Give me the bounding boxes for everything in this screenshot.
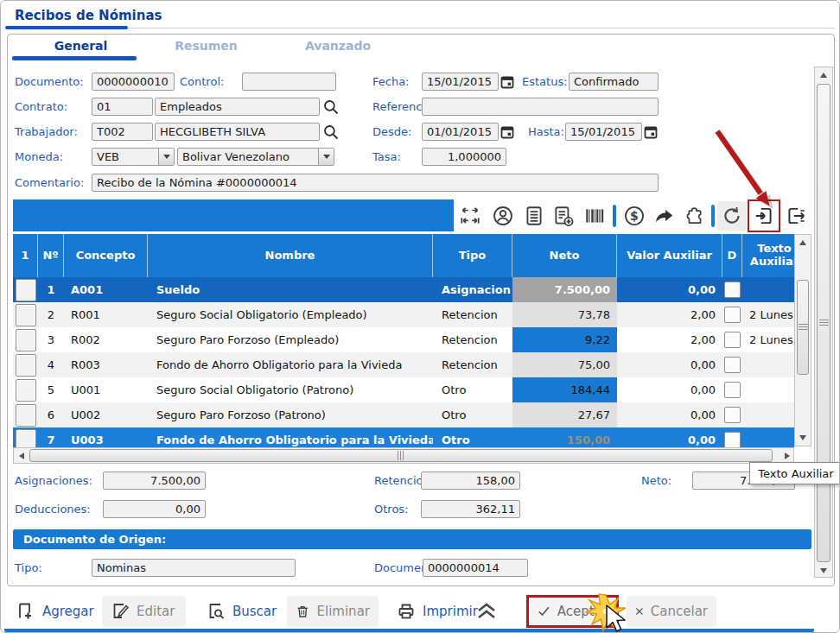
comentario-field[interactable]: Recibo de la Nómina #0000000014 bbox=[92, 174, 659, 192]
editar-button[interactable]: Editar bbox=[102, 596, 186, 627]
table-row[interactable]: 4 R003 Fondo de Ahorro Obligatorio para … bbox=[13, 352, 794, 377]
scroll-down-icon[interactable] bbox=[815, 565, 832, 577]
plugin-puzzle-icon[interactable] bbox=[680, 201, 710, 231]
column-header[interactable]: Nombre bbox=[148, 234, 433, 277]
resize-arrows-icon[interactable] bbox=[455, 201, 485, 231]
d-checkbox[interactable] bbox=[724, 332, 741, 348]
fecha-field[interactable]: 15/01/2015 bbox=[422, 73, 499, 91]
column-header[interactable]: Nº bbox=[38, 234, 64, 277]
cell-texto-auxiliar bbox=[742, 352, 794, 377]
d-checkbox[interactable] bbox=[724, 407, 741, 423]
d-checkbox[interactable] bbox=[724, 432, 741, 448]
export-icon[interactable] bbox=[781, 201, 811, 231]
table-row[interactable]: 5 U001 Seguro Social Obligatorio (Patron… bbox=[13, 377, 794, 402]
control-field[interactable] bbox=[242, 73, 336, 91]
buscar-button[interactable]: Buscar bbox=[198, 596, 285, 627]
fecha-calendar-icon[interactable] bbox=[500, 73, 515, 91]
table-row[interactable]: 1 A001 Sueldo Asignacion 7.500,00 0,00 bbox=[13, 277, 794, 302]
scroll-down-icon[interactable] bbox=[795, 432, 811, 444]
tasa-field[interactable]: 1,000000 bbox=[422, 148, 506, 166]
cell-neto: 7.500,00 bbox=[512, 277, 617, 302]
d-checkbox[interactable] bbox=[724, 307, 741, 323]
column-header[interactable]: Valor Auxiliar bbox=[617, 234, 722, 277]
desde-calendar-icon[interactable] bbox=[500, 123, 515, 141]
cell-tipo: Retencion bbox=[433, 327, 512, 352]
panel-vertical-scrollbar[interactable] bbox=[814, 66, 833, 578]
trabajador-search-icon[interactable] bbox=[322, 123, 340, 141]
tipo-field[interactable]: Nominas bbox=[92, 559, 296, 577]
column-header[interactable]: Neto bbox=[512, 234, 617, 277]
cell-nombre: Seguro Paro Forzoso (Empleado) bbox=[148, 327, 433, 352]
d-checkbox[interactable] bbox=[724, 282, 741, 298]
scrollbar-thumb[interactable] bbox=[797, 280, 809, 375]
cell-num: 6 bbox=[38, 402, 64, 427]
document-add-icon[interactable] bbox=[549, 201, 578, 231]
table-vertical-scrollbar[interactable] bbox=[794, 234, 811, 446]
scrollbar-thumb[interactable] bbox=[29, 449, 773, 462]
refresh-icon[interactable] bbox=[717, 201, 747, 231]
imprimir-button[interactable]: Imprimir bbox=[388, 596, 487, 627]
retenciones-field: 158,00 bbox=[421, 472, 520, 490]
d-checkbox[interactable] bbox=[724, 357, 741, 373]
column-header[interactable]: D bbox=[722, 234, 742, 277]
table-row[interactable]: 2 R001 Seguro Social Obligatorio (Emplea… bbox=[13, 302, 794, 327]
scrollbar-thumb[interactable] bbox=[817, 84, 830, 562]
row-selector[interactable] bbox=[16, 304, 36, 326]
user-icon[interactable] bbox=[488, 201, 518, 231]
barcode-icon[interactable] bbox=[580, 201, 609, 231]
contrato-name-field[interactable]: Empleados bbox=[155, 98, 320, 116]
hasta-calendar-icon[interactable] bbox=[643, 123, 659, 141]
row-selector[interactable] bbox=[16, 404, 36, 427]
cell-nombre: Seguro Social Obligatorio (Empleado) bbox=[148, 302, 433, 327]
currency-dollar-icon[interactable]: $ bbox=[620, 201, 649, 231]
hasta-label: Hasta: bbox=[528, 125, 564, 138]
desde-field[interactable]: 01/01/2015 bbox=[422, 123, 499, 141]
agregar-button[interactable]: Agregar bbox=[8, 596, 103, 627]
cell-valor-auxiliar: 0,00 bbox=[617, 377, 722, 402]
tab-general[interactable]: General bbox=[22, 39, 139, 56]
column-header[interactable]: Tipo bbox=[433, 234, 512, 277]
contrato-search-icon[interactable] bbox=[322, 98, 340, 116]
trabajador-name-field[interactable]: HECGLIBETH SILVA bbox=[155, 123, 320, 141]
scroll-up-icon[interactable] bbox=[815, 69, 832, 81]
moneda-code-dropdown[interactable]: VEB bbox=[92, 148, 175, 166]
contrato-code-field[interactable]: 01 bbox=[92, 98, 153, 116]
cell-neto: 9,22 bbox=[512, 327, 617, 352]
table-row[interactable]: 3 R002 Seguro Paro Forzoso (Empleado) Re… bbox=[13, 327, 794, 352]
cell-neto: 75,00 bbox=[512, 352, 617, 377]
row-selector[interactable] bbox=[16, 279, 36, 301]
toolbar-selection-bar[interactable] bbox=[13, 199, 454, 231]
collapse-chevrons-icon[interactable] bbox=[474, 601, 499, 622]
cell-valor-auxiliar: 2,00 bbox=[617, 327, 722, 352]
origen-documento-field[interactable]: 0000000014 bbox=[423, 559, 528, 577]
trabajador-code-field[interactable]: T002 bbox=[92, 123, 153, 141]
scroll-right-icon[interactable] bbox=[781, 448, 792, 463]
cell-nombre: Sueldo bbox=[148, 277, 433, 302]
tab-resumen[interactable]: Resumen bbox=[143, 39, 269, 56]
column-header[interactable]: 1 bbox=[13, 234, 38, 277]
scroll-up-icon[interactable] bbox=[795, 237, 811, 249]
cell-neto: 73,78 bbox=[512, 302, 617, 327]
cell-tipo: Retencion bbox=[433, 352, 512, 377]
tab-avanzado[interactable]: Avanzado bbox=[273, 39, 403, 56]
referencia-field[interactable] bbox=[422, 98, 659, 116]
hasta-field[interactable]: 15/01/2015 bbox=[565, 123, 642, 141]
estatus-field[interactable]: Confirmado bbox=[569, 73, 659, 91]
column-header[interactable]: Texto Auxiliar bbox=[742, 234, 794, 277]
eliminar-button[interactable]: Eliminar bbox=[287, 596, 379, 627]
d-checkbox[interactable] bbox=[724, 382, 741, 398]
moneda-name-dropdown[interactable]: Bolivar Venezolano bbox=[177, 148, 334, 166]
scroll-left-icon[interactable] bbox=[16, 448, 27, 463]
moneda-code-caret-icon[interactable] bbox=[158, 149, 174, 165]
table-horizontal-scrollbar[interactable] bbox=[13, 447, 794, 464]
table-row[interactable]: 6 U002 Seguro Paro Forzoso (Patrono) Otr… bbox=[13, 402, 794, 427]
moneda-name-caret-icon[interactable] bbox=[318, 149, 334, 165]
column-header[interactable]: Concepto bbox=[64, 234, 148, 277]
documento-field[interactable]: 0000000010 bbox=[92, 73, 175, 91]
row-selector[interactable] bbox=[16, 379, 36, 402]
row-selector[interactable] bbox=[16, 354, 36, 377]
row-selector[interactable] bbox=[16, 329, 36, 351]
cancelar-button[interactable]: Cancelar bbox=[627, 596, 716, 627]
forward-arrow-icon[interactable] bbox=[650, 201, 679, 231]
document-icon[interactable] bbox=[519, 201, 549, 231]
